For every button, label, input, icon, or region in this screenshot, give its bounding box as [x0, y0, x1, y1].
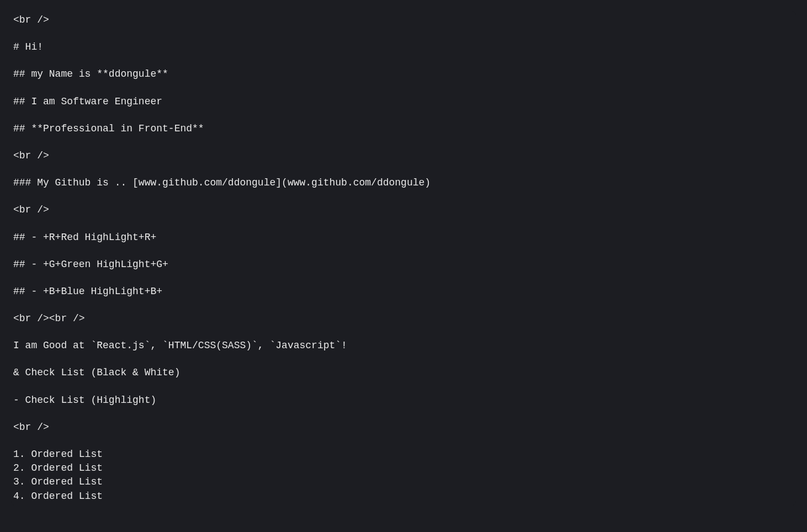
- code-line[interactable]: ## my Name is **ddongule**: [13, 67, 794, 81]
- code-line[interactable]: <br />: [13, 13, 794, 27]
- code-line[interactable]: - Check List (Highlight): [13, 393, 794, 407]
- code-line[interactable]: & Check List (Black & White): [13, 366, 794, 380]
- code-line[interactable]: I am Good at `React.js`, `HTML/CSS(SASS)…: [13, 339, 794, 353]
- code-line[interactable]: ### My Github is .. [www.github.com/ddon…: [13, 176, 794, 190]
- code-line[interactable]: ## - +G+Green HighLight+G+: [13, 258, 794, 272]
- code-line[interactable]: ## I am Software Engineer: [13, 95, 794, 109]
- code-line[interactable]: ## **Professional in Front-End**: [13, 122, 794, 136]
- code-line[interactable]: <br /><br />: [13, 312, 794, 326]
- code-line[interactable]: 2. Ordered List: [13, 461, 794, 475]
- code-line[interactable]: ## - +R+Red HighLight+R+: [13, 231, 794, 244]
- code-line[interactable]: ## - +B+Blue HighLight+B+: [13, 285, 794, 299]
- code-line[interactable]: # Hi!: [13, 40, 794, 54]
- code-line[interactable]: <br />: [13, 149, 794, 163]
- code-line[interactable]: 4. Ordered List: [13, 490, 794, 503]
- code-line[interactable]: <br />: [13, 203, 794, 217]
- code-editor[interactable]: <br /> # Hi! ## my Name is **ddongule** …: [11, 11, 796, 506]
- code-line[interactable]: <br />: [13, 421, 794, 434]
- code-line[interactable]: 3. Ordered List: [13, 475, 794, 489]
- code-line[interactable]: 1. Ordered List: [13, 448, 794, 461]
